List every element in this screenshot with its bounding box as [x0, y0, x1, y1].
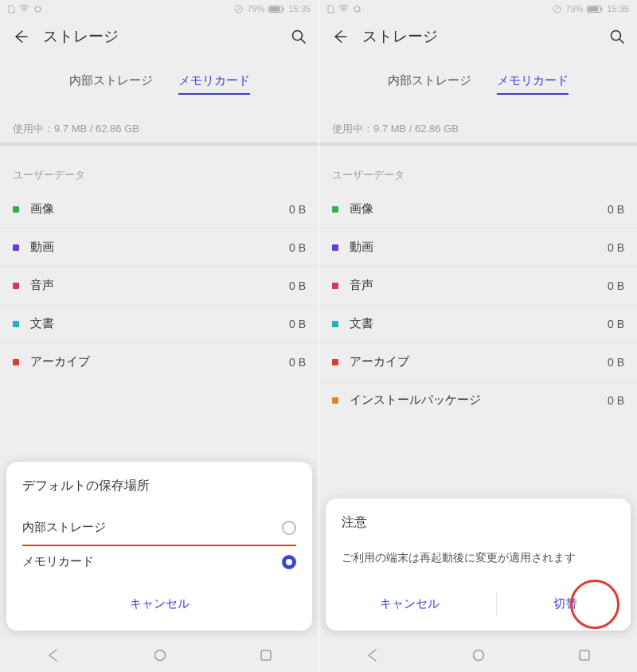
- usage-sep: /: [406, 123, 415, 135]
- row-size: 0 B: [608, 241, 624, 254]
- row-label: 動画: [30, 240, 289, 255]
- row-label: 音声: [30, 278, 289, 293]
- row-archive[interactable]: アーカイブ 0 B: [0, 343, 318, 381]
- svg-point-5: [293, 31, 303, 41]
- usage-bar: [319, 143, 637, 146]
- color-swatch-install: [332, 397, 338, 404]
- usage-line: 使用中：9.7 MB / 62.86 GB: [0, 104, 318, 143]
- svg-rect-12: [588, 6, 599, 11]
- tab-internal[interactable]: 内部ストレージ: [69, 73, 153, 95]
- row-doc[interactable]: 文書 0 B: [319, 305, 637, 343]
- android-navbar: [319, 639, 637, 672]
- clock: 15:35: [288, 4, 311, 14]
- row-doc[interactable]: 文書 0 B: [0, 305, 318, 343]
- option-internal[interactable]: 内部ストレージ: [22, 512, 296, 546]
- option-memory-card[interactable]: メモリカード: [22, 546, 296, 579]
- row-size: 0 B: [289, 279, 306, 292]
- svg-rect-17: [580, 651, 589, 660]
- status-left-icons: [8, 4, 42, 14]
- nav-home-icon[interactable]: [471, 648, 486, 662]
- row-video[interactable]: 動画 0 B: [319, 229, 637, 267]
- usage-bar: [0, 143, 318, 146]
- color-swatch-image: [13, 206, 19, 213]
- svg-line-6: [302, 40, 306, 44]
- search-icon[interactable]: [290, 28, 307, 45]
- battery-percent: 79%: [565, 4, 583, 14]
- row-install-package[interactable]: インストールパッケージ 0 B: [319, 381, 637, 419]
- row-video[interactable]: 動画 0 B: [0, 229, 318, 267]
- color-swatch-audio: [332, 283, 338, 289]
- radio-unselected-icon[interactable]: [282, 521, 296, 535]
- cancel-button[interactable]: キャンセル: [361, 592, 459, 616]
- tab-memory-card[interactable]: メモリカード: [497, 73, 569, 95]
- color-swatch-audio: [13, 283, 19, 289]
- page-title: ストレージ: [43, 26, 276, 47]
- row-image[interactable]: 画像 0 B: [319, 190, 637, 229]
- radio-selected-icon[interactable]: [282, 555, 296, 569]
- sim-icon: [8, 4, 15, 14]
- nav-recent-icon[interactable]: [578, 649, 591, 662]
- nav-home-icon[interactable]: [153, 648, 167, 662]
- svg-point-16: [474, 651, 484, 661]
- color-swatch-video: [13, 244, 19, 251]
- status-bar: 79% 15:35: [0, 0, 318, 18]
- svg-rect-8: [261, 651, 271, 660]
- color-swatch-doc: [13, 321, 19, 327]
- screenshot-right: 79% 15:35 ストレージ 内部ストレージ メモリカード 使用中：9.7 M…: [318, 0, 637, 672]
- svg-line-15: [620, 40, 624, 44]
- row-size: 0 B: [289, 318, 306, 330]
- usage-total: 62.86 GB: [96, 123, 139, 135]
- option-card-label: メモリカード: [22, 554, 282, 569]
- action-divider: [496, 592, 497, 616]
- switch-button[interactable]: 切替: [534, 592, 596, 616]
- tab-memory-card[interactable]: メモリカード: [178, 73, 250, 95]
- row-size: 0 B: [608, 203, 624, 216]
- row-label: 文書: [30, 316, 289, 331]
- svg-point-14: [612, 31, 621, 41]
- svg-rect-3: [270, 6, 280, 11]
- row-label: 動画: [350, 240, 608, 255]
- svg-rect-13: [601, 7, 603, 10]
- back-arrow-icon[interactable]: [11, 28, 29, 45]
- app-header: ストレージ: [319, 18, 637, 56]
- row-label: アーカイブ: [30, 354, 289, 369]
- search-icon[interactable]: [608, 28, 626, 45]
- sheet-default-actions: キャンセル: [22, 579, 296, 623]
- color-swatch-archive: [332, 359, 338, 365]
- row-audio[interactable]: 音声 0 B: [0, 267, 318, 305]
- sheet-default-storage: デフォルトの保存場所 内部ストレージ メモリカード キャンセル: [6, 462, 312, 631]
- row-label: 音声: [350, 278, 608, 293]
- row-audio[interactable]: 音声 0 B: [319, 267, 637, 305]
- wifi-icon: [338, 5, 349, 13]
- sheet-attention-actions: キャンセル 切替: [342, 579, 615, 623]
- sheet-default-title: デフォルトの保存場所: [22, 478, 296, 494]
- tab-internal[interactable]: 内部ストレージ: [388, 73, 471, 95]
- nav-back-icon[interactable]: [46, 648, 61, 662]
- battery-icon: [587, 6, 603, 13]
- usage-prefix: 使用中：: [13, 123, 54, 135]
- row-label: インストールパッケージ: [350, 393, 608, 408]
- usage-prefix: 使用中：: [332, 123, 373, 135]
- svg-rect-4: [283, 7, 284, 10]
- clock: 15:35: [607, 4, 629, 14]
- row-label: アーカイブ: [350, 354, 608, 369]
- usage-line: 使用中：9.7 MB / 62.86 GB: [319, 104, 637, 143]
- row-label: 画像: [350, 201, 608, 217]
- sync-icon: [353, 5, 361, 14]
- wifi-icon: [19, 5, 29, 13]
- svg-line-1: [236, 6, 241, 11]
- nav-back-icon[interactable]: [365, 648, 380, 662]
- android-navbar: [0, 639, 318, 672]
- status-right-icons: 79% 15:35: [234, 4, 311, 14]
- back-arrow-icon[interactable]: [330, 28, 348, 45]
- screenshot-left: 79% 15:35 ストレージ 内部ストレージ メモリカード 使用中：9.7 M…: [0, 0, 318, 672]
- row-size: 0 B: [289, 356, 306, 369]
- row-archive[interactable]: アーカイブ 0 B: [319, 343, 637, 381]
- sheet-attention: 注意 ご利用の端末は再起動後に変更が適用されます キャンセル 切替: [326, 498, 631, 631]
- cancel-button[interactable]: キャンセル: [111, 592, 209, 616]
- status-bar: 79% 15:35: [319, 0, 637, 18]
- storage-tabs: 内部ストレージ メモリカード: [0, 56, 318, 104]
- row-image[interactable]: 画像 0 B: [0, 190, 318, 229]
- section-user-data: ユーザーデータ: [319, 157, 637, 190]
- nav-recent-icon[interactable]: [260, 649, 272, 662]
